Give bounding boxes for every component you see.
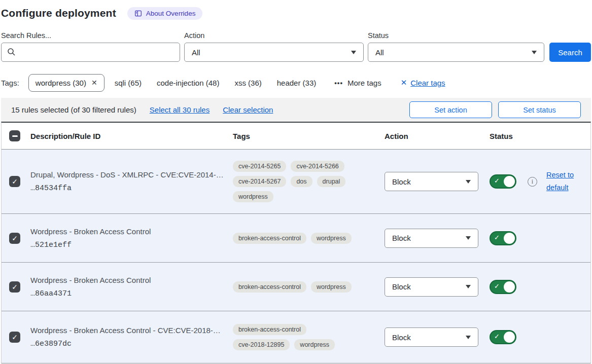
toggle-knob <box>504 176 515 187</box>
table-row: Wordpress - Broken Access Control …86aa4… <box>2 263 590 311</box>
set-action-button[interactable]: Set action <box>409 101 492 118</box>
rule-action-select[interactable]: Block <box>385 327 478 347</box>
chevron-down-icon <box>466 336 471 339</box>
selection-summary: 15 rules selected (of 30 filtered rules) <box>11 105 136 114</box>
tags-bar: Tags: wordpress (30) ✕ sqli (65) code-in… <box>1 74 591 92</box>
rule-id: …86aa4371 <box>30 289 227 298</box>
remove-tag-icon[interactable]: ✕ <box>91 79 97 87</box>
select-all-link[interactable]: Select all 30 rules <box>150 105 210 114</box>
rule-action-select[interactable]: Block <box>385 229 478 248</box>
search-button[interactable]: Search <box>549 43 591 62</box>
check-icon: ✓ <box>494 234 500 241</box>
check-icon: ✓ <box>494 282 500 290</box>
action-filter-select[interactable]: All <box>184 43 364 62</box>
tag-item-xss[interactable]: xss (36) <box>234 79 261 87</box>
column-header-status: Status <box>483 132 590 140</box>
rule-action-select[interactable]: Block <box>385 172 478 191</box>
tag-pill: wordpress <box>311 281 352 293</box>
clear-tags-link[interactable]: ✕ Clear tags <box>401 78 445 87</box>
tag-pill: drupal <box>317 176 346 187</box>
row-checkbox[interactable] <box>9 332 20 343</box>
reset-to-default-link[interactable]: Reset to default <box>546 169 579 194</box>
check-icon: ✓ <box>494 177 500 185</box>
selection-bar: 15 rules selected (of 30 filtered rules)… <box>1 98 591 122</box>
rule-action-value: Block <box>392 333 411 342</box>
tag-pill: cve-2014-5267 <box>233 176 286 187</box>
table-header: Description/Rule ID Tags Action Status <box>2 123 590 150</box>
rule-id: …84534ffa <box>30 184 227 193</box>
row-checkbox[interactable] <box>9 281 20 293</box>
tag-pill: dos <box>291 176 312 187</box>
toggle-knob <box>504 281 515 293</box>
page-header: Configure deployment About Overrides <box>1 5 591 21</box>
status-toggle[interactable]: ✓ <box>490 174 516 189</box>
tag-pill: broken-access-control <box>233 233 306 244</box>
column-header-tags: Tags <box>227 132 379 140</box>
close-icon: ✕ <box>401 78 407 87</box>
search-rules-input[interactable] <box>1 43 180 62</box>
about-overrides-badge[interactable]: About Overrides <box>127 7 203 20</box>
check-icon: ✓ <box>494 333 500 340</box>
column-header-action: Action <box>379 132 483 140</box>
rule-id: …6e3897dc <box>30 340 227 348</box>
action-filter-label: Action <box>184 31 364 40</box>
tag-list: sqli (65) code-injection (48) xss (36) h… <box>115 79 317 87</box>
rule-description: Drupal, Wordpress - DoS - XMLRPC - CVE:C… <box>30 170 227 179</box>
set-status-button[interactable]: Set status <box>498 101 581 118</box>
rule-description: Wordpress - Broken Access Control - CVE:… <box>30 326 227 335</box>
chevron-down-icon <box>466 236 471 240</box>
search-rules-label: Search Rules... <box>1 31 180 40</box>
status-toggle[interactable]: ✓ <box>490 330 516 344</box>
tag-pill: broken-access-control <box>233 281 306 293</box>
rules-table: Description/Rule ID Tags Action Status D… <box>1 122 591 363</box>
selected-tag-label: wordpress (30) <box>36 79 86 87</box>
status-toggle[interactable]: ✓ <box>490 231 516 245</box>
about-overrides-label: About Overrides <box>146 10 196 17</box>
info-icon[interactable]: i <box>528 177 537 187</box>
action-filter-value: All <box>192 48 200 57</box>
rule-description: Wordpress - Broken Access Control <box>30 227 227 236</box>
status-filter-select[interactable]: All <box>368 43 544 62</box>
tag-pill: wordpress <box>233 191 273 202</box>
rule-id: …521e1eff <box>30 241 227 249</box>
row-checkbox[interactable] <box>9 233 20 244</box>
chevron-down-icon <box>351 51 356 54</box>
rule-action-value: Block <box>392 177 411 186</box>
clear-tags-label: Clear tags <box>410 79 445 87</box>
configure-deployment-page: Configure deployment About Overrides Sea… <box>0 0 592 364</box>
rule-action-select[interactable]: Block <box>385 277 478 297</box>
tag-pill: wordpress <box>294 339 335 350</box>
status-filter-label: Status <box>368 31 544 40</box>
tag-item-code-injection[interactable]: code-injection (48) <box>157 79 219 87</box>
page-title: Configure deployment <box>1 7 116 19</box>
select-all-checkbox[interactable] <box>9 130 20 141</box>
tag-pill: cve-2014-5266 <box>291 161 344 172</box>
tag-item-sqli[interactable]: sqli (65) <box>115 79 142 87</box>
status-toggle[interactable]: ✓ <box>490 280 516 294</box>
chevron-down-icon <box>466 180 471 184</box>
tags-label: Tags: <box>1 79 19 87</box>
toggle-knob <box>504 233 515 244</box>
tag-item-header[interactable]: header (33) <box>277 79 317 87</box>
table-row: Drupal, Wordpress - DoS - XMLRPC - CVE:C… <box>2 150 590 214</box>
tag-pill: wordpress <box>311 233 352 244</box>
more-tags-button[interactable]: ••• More tags <box>334 79 381 87</box>
row-checkbox[interactable] <box>9 176 20 187</box>
clear-selection-link[interactable]: Clear selection <box>223 105 273 114</box>
tag-pill: cve-2014-5265 <box>233 161 286 172</box>
ellipsis-icon: ••• <box>334 79 343 87</box>
tag-pill: broken-access-control <box>233 324 306 335</box>
chevron-down-icon <box>466 285 471 288</box>
search-icon <box>7 48 16 58</box>
table-row: Wordpress - Broken Access Control …521e1… <box>2 214 590 263</box>
more-tags-label: More tags <box>347 79 381 87</box>
selected-tag-chip[interactable]: wordpress (30) ✕ <box>28 74 105 92</box>
rule-description: Wordpress - Broken Access Control <box>30 276 227 284</box>
filter-bar: Search Rules... Action All Status All <box>1 31 591 62</box>
table-row: Wordpress - Broken Access Control - CVE:… <box>2 311 590 363</box>
status-filter-value: All <box>375 48 384 57</box>
book-icon <box>134 10 142 17</box>
tag-pill: cve-2018-12895 <box>233 339 290 350</box>
column-header-description: Description/Rule ID <box>24 132 227 140</box>
toggle-knob <box>504 332 515 343</box>
